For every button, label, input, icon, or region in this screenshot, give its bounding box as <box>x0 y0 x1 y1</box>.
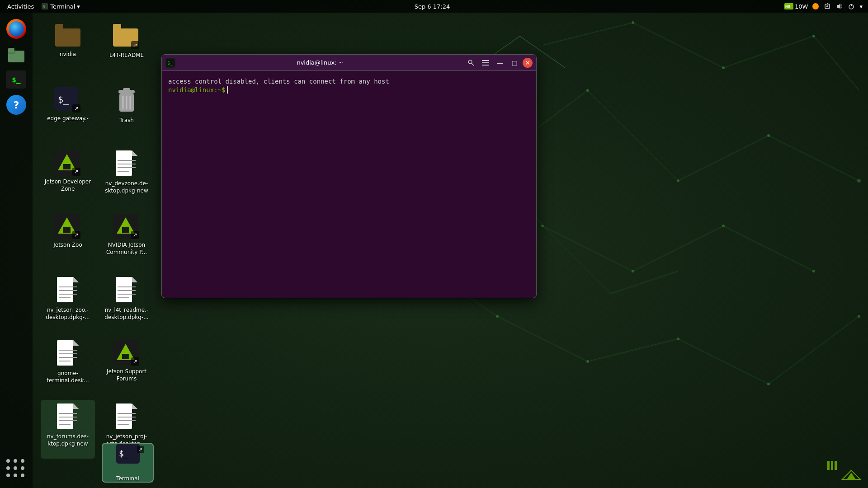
svg-line-12 <box>588 339 678 361</box>
desktop-icon-l4t-readme[interactable]: ↗ L4T-README <box>99 20 154 79</box>
nv-devzone-label: nv_devzone.de-sktop.dpkg-new <box>103 180 150 194</box>
desktop-icon-edge-gateway[interactable]: $_ ↗ edge gateway.- <box>41 84 95 142</box>
svg-text:): ) <box>841 4 843 9</box>
svg-line-15 <box>542 23 633 45</box>
svg-line-8 <box>769 136 859 181</box>
svg-point-26 <box>632 270 634 272</box>
desktop-icon-trash[interactable]: Trash <box>99 84 154 142</box>
svg-marker-122 <box>132 404 137 409</box>
desktop-icon-jetson-support[interactable]: ↗ Jetson Support Forums <box>99 337 154 395</box>
hamburger-icon <box>482 60 489 66</box>
terminal-prompt-symbol: $_ <box>12 75 20 84</box>
power-icon <box>848 3 855 9</box>
desktop-icon-nv-jetson-zoo[interactable]: nv_jetson_zoo.-desktop.dpkg-... <box>41 273 95 332</box>
terminal-hamburger-button[interactable] <box>479 57 492 68</box>
desktop-icon-nvidia[interactable]: nvidia <box>41 20 95 79</box>
dock-apps-grid[interactable] <box>5 457 27 479</box>
svg-marker-46 <box>827 461 830 466</box>
svg-line-132 <box>472 63 474 66</box>
nvidia-community-icon: ↗ <box>113 214 140 240</box>
terminal-taskbar-icon: $_ <box>116 444 140 464</box>
svg-text:$_: $_ <box>58 94 69 105</box>
svg-line-11 <box>497 316 588 361</box>
edge-gateway-label: edge gateway.- <box>47 115 89 122</box>
desktop-icon-gnome-terminal[interactable]: gnome-terminal.desk... <box>41 337 95 395</box>
files-icon <box>6 44 26 64</box>
taskbar-terminal-item[interactable]: $_ ↗ Terminal <box>102 443 154 483</box>
svg-rect-113 <box>57 404 73 429</box>
svg-point-33 <box>586 360 589 363</box>
terminal-menu-button[interactable]: $ Terminal ▾ <box>41 3 80 10</box>
nv-devzone-doc-icon <box>116 150 137 178</box>
nv-forums-icon <box>57 404 79 432</box>
svg-rect-64 <box>113 24 121 30</box>
svg-point-38 <box>722 66 725 69</box>
jetson-zoo-icon: ↗ <box>54 214 81 240</box>
nvidia-corner-icon <box>840 468 863 482</box>
svg-marker-105 <box>73 340 79 346</box>
gnome-terminal-doc-icon <box>57 340 79 368</box>
terminal-menu-arrow: ▾ <box>77 3 80 10</box>
svg-line-7 <box>678 136 769 181</box>
svg-line-18 <box>814 36 859 90</box>
dock-files[interactable] <box>5 43 27 65</box>
terminal-titlebar: $_ nvidia@linux: ~ <box>162 55 536 71</box>
terminal-title-text: nvidia@linux: ~ <box>179 59 461 66</box>
desktop-icon-nv-devzone[interactable]: nv_devzone.de-sktop.dpkg-new <box>99 147 154 206</box>
svg-rect-88 <box>122 227 129 233</box>
power-display: 10W <box>795 3 808 10</box>
terminal-search-button[interactable] <box>465 57 477 68</box>
nvidia-folder-label: nvidia <box>60 51 76 58</box>
svg-line-20 <box>610 271 678 294</box>
desktop-icon-jetson-zoo[interactable]: ↗ Jetson Zoo <box>41 210 95 269</box>
l4t-readme-icon: ↗ <box>113 24 140 50</box>
system-tray-arrow[interactable]: ▾ <box>859 3 863 10</box>
svg-text:$_: $_ <box>119 449 129 458</box>
svg-point-35 <box>767 383 770 385</box>
dock-terminal[interactable]: $_ <box>5 69 27 90</box>
svg-point-131 <box>468 60 472 64</box>
terminal-body[interactable]: access control disabled, clients can con… <box>162 71 536 298</box>
jetson-dev-label: Jetson Developer Zone <box>44 178 91 192</box>
terminal-input-line[interactable]: nvidia@linux:~$ <box>168 86 530 94</box>
terminal-cursor <box>227 86 228 94</box>
svg-point-52 <box>826 5 828 7</box>
topbar-left: Activities $ Terminal ▾ <box>5 3 80 10</box>
terminal-window: $_ nvidia@linux: ~ <box>161 54 537 298</box>
desktop-icon-nv-forums[interactable]: nv_forums.des-ktop.dpkg-new <box>41 400 95 459</box>
nv-jetson-proj-doc-icon <box>116 404 137 432</box>
svg-point-39 <box>812 35 815 38</box>
dock-firefox[interactable] <box>5 18 27 40</box>
jetson-support-label: Jetson Support Forums <box>103 368 150 382</box>
firefox-icon <box>6 19 26 39</box>
nvidia-logo-corner <box>840 468 863 483</box>
svg-marker-98 <box>132 277 137 282</box>
desktop-icon-nvidia-community[interactable]: ↗ NVIDIA Jetson Community P... <box>99 210 154 269</box>
svg-marker-91 <box>73 277 79 282</box>
svg-rect-45 <box>835 461 837 470</box>
terminal-close-button[interactable]: ✕ <box>523 58 533 68</box>
svg-point-34 <box>677 338 679 340</box>
svg-rect-120 <box>116 404 132 429</box>
dock-help[interactable]: ? <box>5 94 27 116</box>
trash-icon <box>115 87 138 115</box>
terminal-minimize-button[interactable]: — <box>494 57 506 68</box>
terminal-menu-label: Terminal <box>50 3 75 10</box>
edge-gateway-icon: $_ ↗ <box>54 87 81 113</box>
activities-button[interactable]: Activities <box>5 3 36 10</box>
status-indicator <box>812 3 819 9</box>
terminal-maximize-button[interactable]: □ <box>508 57 521 68</box>
desktop-icon-jetson-dev[interactable]: ↗ Jetson Developer Zone <box>41 147 95 206</box>
svg-rect-89 <box>57 277 73 302</box>
svg-rect-76 <box>116 150 132 176</box>
maximize-icon: □ <box>511 59 517 66</box>
svg-rect-44 <box>831 461 833 470</box>
terminal-menu-icon: $ <box>41 3 48 10</box>
help-icon: ? <box>6 95 26 115</box>
desktop-icon-nv-l4t-readme[interactable]: nv_l4t_readme.-desktop.dpkg-... <box>99 273 154 332</box>
jetson-dev-icon: ↗ <box>54 150 81 177</box>
svg-point-25 <box>541 225 544 227</box>
terminal-prompt: nvidia@linux:~$ <box>168 86 225 94</box>
svg-line-6 <box>723 226 814 271</box>
svg-rect-62 <box>55 24 63 30</box>
